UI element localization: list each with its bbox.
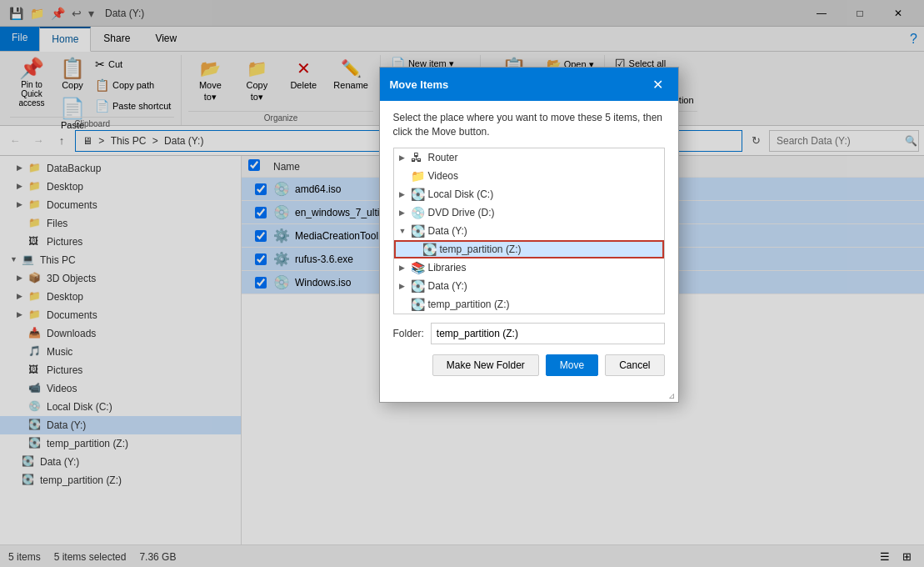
drive-icon: 💽 (411, 279, 426, 293)
tree-item-router[interactable]: ▶ 🖧 Router (394, 148, 664, 167)
tree-item-dvd[interactable]: ▶ 💿 DVD Drive (D:) (394, 203, 664, 222)
tree-item-label: temp_partition (Z:) (440, 243, 522, 255)
tree-expand-icon: ▼ (399, 227, 411, 235)
dialog-folder-row: Folder: (393, 323, 665, 344)
dialog-title-bar: Move Items ✕ (380, 68, 678, 101)
drive-icon: 💽 (411, 224, 426, 238)
tree-expand-icon: ▶ (399, 208, 411, 217)
tree-expand-icon: ▶ (399, 282, 411, 290)
drive-icon: 💽 (411, 298, 426, 311)
tree-item-datay[interactable]: ▼ 💽 Data (Y:) (394, 222, 664, 240)
tree-item-label: Videos (428, 170, 458, 182)
tree-item-libraries[interactable]: ▶ 📚 Libraries (394, 258, 664, 277)
make-new-folder-button[interactable]: Make New Folder (432, 354, 539, 376)
cancel-button[interactable]: Cancel (605, 354, 664, 376)
resize-icon[interactable]: ⊿ (668, 391, 675, 400)
dialog-tree[interactable]: ▶ 🖧 Router 📁 Videos ▶ 💽 Local Disk (C:) (393, 148, 665, 314)
libraries-icon: 📚 (411, 261, 426, 274)
folder-icon: 📁 (411, 169, 426, 183)
move-items-dialog: Move Items ✕ Select the place where you … (379, 67, 679, 403)
tree-item-label: Libraries (428, 262, 467, 273)
tree-item-label: Local Disk (C:) (428, 188, 494, 200)
tree-expand-icon: ▶ (399, 190, 411, 198)
tree-item-datay2[interactable]: ▶ 💽 Data (Y:) (394, 277, 664, 295)
tree-item-label: Router (428, 152, 458, 163)
dialog-title: Move Items (390, 78, 449, 91)
folder-label: Folder: (393, 328, 424, 339)
folder-input[interactable] (431, 323, 665, 344)
dialog-resize-handle: ⊿ (380, 389, 678, 402)
router-icon: 🖧 (411, 151, 426, 164)
tree-item-localdisk[interactable]: ▶ 💽 Local Disk (C:) (394, 185, 664, 203)
dialog-close-button[interactable]: ✕ (648, 74, 668, 94)
dialog-description: Select the place where you want to move … (393, 111, 665, 139)
tree-item-videos[interactable]: 📁 Videos (394, 167, 664, 185)
tree-expand-icon: ▶ (399, 263, 411, 272)
tree-item-label: temp_partition (Z:) (428, 299, 510, 310)
tree-item-label: Data (Y:) (428, 280, 467, 292)
drive-icon: 💽 (411, 188, 426, 201)
dialog-buttons: Make New Folder Move Cancel (393, 354, 665, 379)
dialog-body: Select the place where you want to move … (380, 101, 678, 389)
tree-item-label: DVD Drive (D:) (428, 207, 495, 218)
tree-item-tempz2[interactable]: 💽 temp_partition (Z:) (394, 295, 664, 314)
tree-item-label: Data (Y:) (428, 225, 467, 237)
move-button[interactable]: Move (546, 354, 598, 376)
tree-expand-icon: ▶ (399, 153, 411, 162)
modal-overlay: Move Items ✕ Select the place where you … (0, 0, 924, 567)
drive-icon: 💽 (422, 243, 437, 256)
tree-item-tempz[interactable]: 💽 temp_partition (Z:) (394, 240, 664, 258)
dvd-icon: 💿 (411, 206, 426, 219)
